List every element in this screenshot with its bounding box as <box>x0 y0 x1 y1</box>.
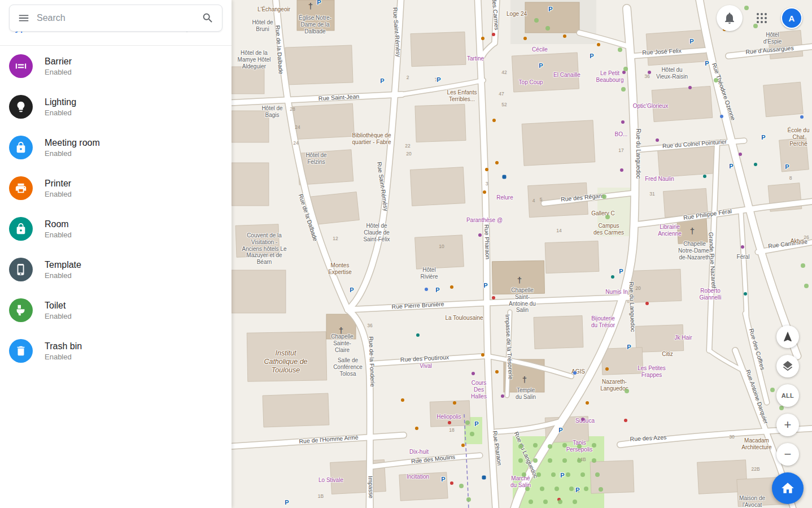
type-icon <box>9 258 33 281</box>
navigation-arrow-icon <box>782 331 794 343</box>
map-viewport[interactable]: Rue Saint-JeanRue Saint-RémésyRue Saint-… <box>232 0 812 508</box>
poi-label: El Canaille <box>553 72 580 79</box>
poi-dot <box>523 37 527 40</box>
tree-icon <box>459 484 464 488</box>
poi-label: Dix-huit <box>409 449 429 455</box>
poi-label: Librairie Ancienne <box>656 224 684 237</box>
type-list-item[interactable]: Lighting Enabled <box>0 86 232 127</box>
tree-icon <box>470 432 474 436</box>
parking-icon: P <box>285 499 289 506</box>
compass-button[interactable] <box>776 325 799 348</box>
street-label: Impasse <box>367 476 374 498</box>
notifications-button[interactable] <box>717 5 743 31</box>
poi-label: Hôtel de Felzins <box>302 152 330 166</box>
home-button[interactable] <box>772 472 804 504</box>
street-label: des Carmes <box>491 0 501 31</box>
poi-label: Maison de l'Avocat <box>736 495 768 508</box>
poi-label: Citiz <box>662 351 673 358</box>
street-label: Rue des Régans <box>561 192 605 203</box>
tree-icon <box>804 284 809 288</box>
church-cross-icon: † <box>339 325 343 335</box>
poi-label: Hôtel de Claude de Saint-Félix <box>359 223 394 242</box>
type-text: Barrier Enabled <box>45 57 72 76</box>
tree-icon <box>466 497 471 502</box>
bus-stop-icon <box>503 175 507 179</box>
church-cross-icon: † <box>308 1 313 11</box>
all-button[interactable]: ALL <box>776 384 799 407</box>
map-overlay: Rue Saint-JeanRue Saint-RémésyRue Saint-… <box>232 0 812 508</box>
type-name: Toilet <box>45 301 72 311</box>
poi-label: Salle de Conférence Tolosa <box>330 357 365 377</box>
parking-icon: P <box>548 6 552 12</box>
poi-dot <box>605 367 609 371</box>
zoom-out-button[interactable]: − <box>776 443 799 466</box>
tree-icon <box>525 487 530 491</box>
house-number: 18 <box>449 427 454 433</box>
poi-label: BO... <box>615 131 628 138</box>
type-status: Enabled <box>45 353 82 361</box>
house-number: 2 <box>417 457 420 462</box>
street-label: Rue Pharaon <box>492 431 503 466</box>
poi-label: Bibliothèque de quartier - Fabre <box>350 132 393 146</box>
poi-dot <box>492 296 495 299</box>
type-list-item[interactable]: Printer Enabled <box>0 168 232 209</box>
zoom-in-button[interactable]: + <box>776 414 799 436</box>
type-list-item[interactable]: Toilet Enabled <box>0 290 232 331</box>
tree-icon <box>801 263 805 268</box>
parking-icon: P <box>761 134 765 141</box>
type-list-item[interactable]: Meeting room Enabled <box>0 127 232 168</box>
poi-dot <box>744 292 747 296</box>
poi-dot <box>501 394 504 398</box>
type-icon <box>9 176 33 200</box>
parking-icon: P <box>560 472 564 479</box>
tree-icon <box>555 487 559 491</box>
type-list-item[interactable]: Room Enabled <box>0 209 232 249</box>
parking-icon: P <box>317 0 321 6</box>
poi-label: Vival <box>420 363 432 370</box>
parking-icon: P <box>575 487 579 493</box>
search-button[interactable] <box>195 6 221 31</box>
type-icon <box>9 95 33 119</box>
poi-label: Couvent de la Visitation - Anciens hôtel… <box>241 232 288 266</box>
tree-icon <box>533 443 538 448</box>
house-number: 8 <box>789 175 792 181</box>
apps-grid-button[interactable] <box>750 7 773 29</box>
poi-dot <box>450 285 453 289</box>
house-number: 24 <box>295 124 300 130</box>
house-number: 52 <box>501 102 507 107</box>
street-label: Rue José Felix <box>642 47 682 56</box>
street-label: Rue Antoine Darquier <box>745 369 770 425</box>
poi-label: L'Échangeoir <box>257 6 290 13</box>
street-label: Rue de l'Homme Armé <box>299 433 359 444</box>
street-label: Rue Théodore Ozenne <box>711 62 737 121</box>
type-status: Enabled <box>45 149 100 158</box>
tree-icon <box>580 472 585 477</box>
street-label: Rue d'Aussargues <box>745 44 794 55</box>
layers-button[interactable] <box>776 355 799 377</box>
parking-icon: P <box>705 60 709 67</box>
church-cross-icon: † <box>690 226 695 236</box>
type-icon <box>9 217 33 241</box>
street-label: Rue Saint-Rémésy <box>392 7 402 58</box>
avatar[interactable]: A <box>781 7 802 29</box>
tree-icon <box>562 443 567 448</box>
parking-icon: P <box>619 268 623 275</box>
type-list-item[interactable]: Template Enabled <box>0 249 232 290</box>
house-number: 3 <box>486 181 488 186</box>
search-bar[interactable] <box>9 5 222 32</box>
poi-dot <box>481 37 484 40</box>
type-list-item[interactable]: Barrier Enabled <box>0 46 232 86</box>
house-number: 24 <box>293 140 298 146</box>
type-list-item[interactable]: Trash bin Enabled <box>0 331 232 371</box>
tree-icon <box>529 500 533 504</box>
poi-label: Hôtel d'Espie <box>761 32 784 45</box>
house-number: 1B <box>318 493 324 499</box>
house-number: 12 <box>333 236 338 241</box>
search-input[interactable] <box>37 13 195 23</box>
tree-icon <box>592 458 596 463</box>
poi-label: Roberto Giannelli <box>697 288 724 301</box>
poi-dot <box>739 153 742 156</box>
tree-icon <box>605 215 610 219</box>
poi-label: Relure <box>496 194 513 201</box>
menu-button[interactable] <box>11 6 37 31</box>
